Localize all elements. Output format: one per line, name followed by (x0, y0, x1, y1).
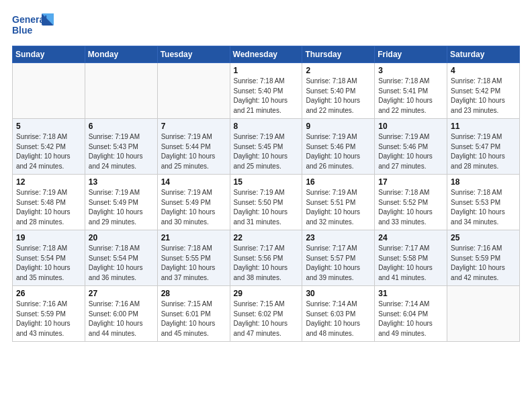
sunrise-info: Sunrise: 7:19 AM (234, 188, 299, 198)
sunrise-info: Sunrise: 7:18 AM (378, 77, 443, 87)
calendar-cell: 20Sunrise: 7:18 AMSunset: 5:54 PMDayligh… (85, 230, 157, 286)
weekday-header-saturday: Saturday (447, 46, 520, 63)
day-number: 30 (306, 289, 371, 298)
calendar-cell: 8Sunrise: 7:19 AMSunset: 5:45 PMDaylight… (230, 119, 302, 175)
day-number: 17 (378, 177, 443, 187)
day-info: Sunrise: 7:19 AMSunset: 5:50 PMDaylight:… (234, 188, 299, 227)
sunrise-info: Sunrise: 7:19 AM (234, 132, 299, 142)
day-info: Sunrise: 7:18 AMSunset: 5:52 PMDaylight:… (378, 188, 443, 227)
daylight-hours: Daylight: 10 hours (234, 319, 299, 329)
calendar-cell: 21Sunrise: 7:18 AMSunset: 5:55 PMDayligh… (157, 230, 230, 286)
calendar-cell: 10Sunrise: 7:19 AMSunset: 5:46 PMDayligh… (375, 119, 447, 175)
day-info: Sunrise: 7:17 AMSunset: 5:56 PMDaylight:… (234, 244, 299, 283)
day-info: Sunrise: 7:15 AMSunset: 6:02 PMDaylight:… (234, 300, 299, 338)
day-info-continuation: and 24 minutes. (89, 162, 154, 172)
sunrise-info: Sunrise: 7:17 AM (234, 244, 299, 254)
calendar-cell: 24Sunrise: 7:17 AMSunset: 5:58 PMDayligh… (375, 230, 447, 286)
calendar-cell: 19Sunrise: 7:18 AMSunset: 5:54 PMDayligh… (13, 230, 85, 286)
day-info: Sunrise: 7:18 AMSunset: 5:54 PMDaylight:… (89, 244, 154, 283)
day-info: Sunrise: 7:19 AMSunset: 5:48 PMDaylight:… (16, 188, 81, 227)
day-number: 25 (451, 233, 516, 242)
sunset-info: Sunset: 5:48 PM (16, 198, 81, 208)
day-number: 19 (16, 233, 81, 242)
calendar-week-1: 1Sunrise: 7:18 AMSunset: 5:40 PMDaylight… (13, 63, 520, 119)
day-number: 28 (161, 289, 226, 298)
calendar-week-4: 19Sunrise: 7:18 AMSunset: 5:54 PMDayligh… (13, 230, 520, 286)
calendar-cell: 26Sunrise: 7:16 AMSunset: 5:59 PMDayligh… (13, 286, 85, 342)
calendar-cell (13, 63, 85, 119)
calendar-cell: 2Sunrise: 7:18 AMSunset: 5:40 PMDaylight… (302, 63, 375, 119)
sunset-info: Sunset: 6:03 PM (306, 310, 371, 320)
daylight-hours: Daylight: 10 hours (161, 208, 226, 218)
svg-text:General: General (12, 14, 47, 25)
sunset-info: Sunset: 5:59 PM (451, 254, 516, 264)
day-number: 29 (234, 289, 299, 298)
day-info-continuation: and 22 minutes. (378, 106, 443, 116)
daylight-hours: Daylight: 10 hours (378, 208, 443, 218)
sunset-info: Sunset: 5:52 PM (378, 198, 443, 208)
weekday-header-tuesday: Tuesday (157, 46, 230, 63)
day-info-continuation: and 38 minutes. (234, 273, 299, 283)
sunset-info: Sunset: 5:53 PM (451, 198, 516, 208)
daylight-hours: Daylight: 10 hours (89, 208, 154, 218)
day-info-continuation: and 28 minutes. (451, 162, 516, 172)
sunset-info: Sunset: 5:46 PM (378, 142, 443, 152)
calendar-table: SundayMondayTuesdayWednesdayThursdayFrid… (12, 46, 520, 342)
sunset-info: Sunset: 5:51 PM (306, 198, 371, 208)
daylight-hours: Daylight: 10 hours (378, 96, 443, 106)
calendar-cell: 14Sunrise: 7:19 AMSunset: 5:49 PMDayligh… (157, 175, 230, 230)
daylight-hours: Daylight: 10 hours (161, 263, 226, 273)
weekday-header-wednesday: Wednesday (230, 46, 302, 63)
day-info: Sunrise: 7:16 AMSunset: 5:59 PMDaylight:… (16, 300, 81, 338)
weekday-header-monday: Monday (85, 46, 157, 63)
day-info: Sunrise: 7:19 AMSunset: 5:43 PMDaylight:… (89, 132, 154, 171)
day-info: Sunrise: 7:19 AMSunset: 5:51 PMDaylight:… (306, 188, 371, 227)
sunset-info: Sunset: 5:55 PM (161, 254, 226, 264)
calendar-cell: 30Sunrise: 7:14 AMSunset: 6:03 PMDayligh… (302, 286, 375, 342)
sunset-info: Sunset: 5:42 PM (16, 142, 81, 152)
sunrise-info: Sunrise: 7:15 AM (161, 300, 226, 310)
day-info-continuation: and 27 minutes. (378, 162, 443, 172)
daylight-hours: Daylight: 10 hours (451, 263, 516, 273)
day-info: Sunrise: 7:18 AMSunset: 5:42 PMDaylight:… (451, 77, 516, 116)
weekday-header-friday: Friday (375, 46, 447, 63)
day-info-continuation: and 44 minutes. (89, 329, 154, 339)
calendar-week-3: 12Sunrise: 7:19 AMSunset: 5:48 PMDayligh… (13, 175, 520, 230)
daylight-hours: Daylight: 10 hours (451, 152, 516, 162)
daylight-hours: Daylight: 10 hours (161, 319, 226, 329)
day-number: 24 (378, 233, 443, 242)
day-number: 6 (89, 122, 154, 131)
sunset-info: Sunset: 5:57 PM (306, 254, 371, 264)
sunset-info: Sunset: 6:01 PM (161, 310, 226, 320)
sunrise-info: Sunrise: 7:19 AM (16, 188, 81, 198)
header: General Blue (12, 12, 520, 39)
day-number: 12 (16, 177, 81, 187)
calendar-cell: 27Sunrise: 7:16 AMSunset: 6:00 PMDayligh… (85, 286, 157, 342)
sunrise-info: Sunrise: 7:19 AM (378, 132, 443, 142)
calendar-cell: 5Sunrise: 7:18 AMSunset: 5:42 PMDaylight… (13, 119, 85, 175)
calendar-cell: 1Sunrise: 7:18 AMSunset: 5:40 PMDaylight… (230, 63, 302, 119)
day-number: 2 (306, 66, 371, 75)
sunset-info: Sunset: 5:40 PM (306, 87, 371, 97)
day-info-continuation: and 32 minutes. (306, 218, 371, 228)
sunrise-info: Sunrise: 7:19 AM (306, 132, 371, 142)
sunset-info: Sunset: 5:49 PM (161, 198, 226, 208)
daylight-hours: Daylight: 10 hours (89, 263, 154, 273)
day-number: 21 (161, 233, 226, 242)
svg-text:Blue: Blue (12, 25, 33, 36)
daylight-hours: Daylight: 10 hours (306, 152, 371, 162)
day-info-continuation: and 35 minutes. (16, 273, 81, 283)
daylight-hours: Daylight: 10 hours (234, 208, 299, 218)
day-info: Sunrise: 7:19 AMSunset: 5:46 PMDaylight:… (306, 132, 371, 171)
sunset-info: Sunset: 6:02 PM (234, 310, 299, 320)
day-number: 8 (234, 122, 299, 131)
sunrise-info: Sunrise: 7:17 AM (378, 244, 443, 254)
day-info-continuation: and 47 minutes. (234, 329, 299, 339)
weekday-header-thursday: Thursday (302, 46, 375, 63)
day-info-continuation: and 36 minutes. (89, 273, 154, 283)
sunset-info: Sunset: 5:58 PM (378, 254, 443, 264)
day-info: Sunrise: 7:18 AMSunset: 5:41 PMDaylight:… (378, 77, 443, 116)
daylight-hours: Daylight: 10 hours (161, 152, 226, 162)
sunrise-info: Sunrise: 7:16 AM (89, 300, 154, 310)
calendar-cell: 18Sunrise: 7:18 AMSunset: 5:53 PMDayligh… (447, 175, 520, 230)
